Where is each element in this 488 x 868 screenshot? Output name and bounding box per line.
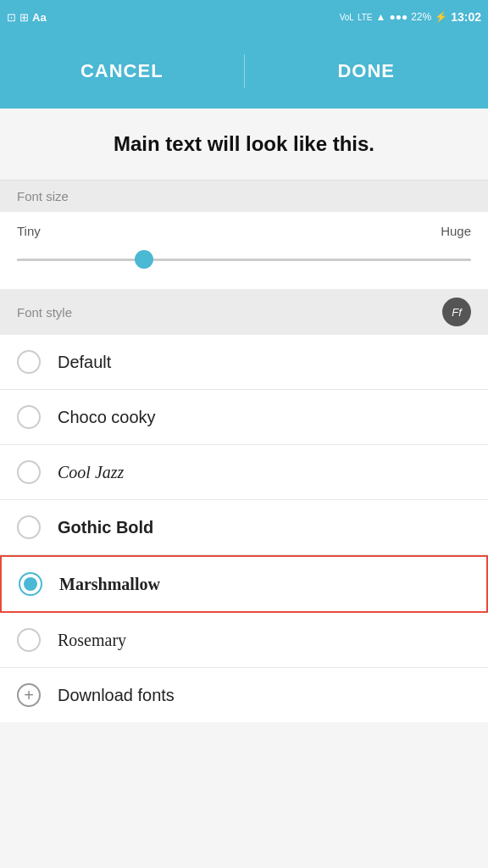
ff-badge[interactable]: Ff [442, 298, 471, 326]
radio-rosemary [17, 628, 41, 652]
download-fonts-label: Download fonts [58, 686, 175, 705]
cancel-button[interactable]: CANCEL [0, 43, 244, 99]
font-option-gothic-bold[interactable]: Gothic Bold [0, 500, 488, 555]
done-button[interactable]: DONE [245, 43, 489, 99]
status-bar: ⊡ ⊞ Aa VoL LTE ▲ ●●● 22% ⚡ 13:02 [0, 0, 488, 34]
signal-strength: ●●● [389, 11, 408, 23]
radio-marshmallow [19, 572, 42, 596]
preview-text: Main text will look like this. [17, 132, 471, 156]
accessibility-icon: ⊞ [19, 11, 29, 24]
font-label-cool-jazz: Cool Jazz [58, 463, 124, 482]
font-label-gothic-bold: Gothic Bold [58, 518, 153, 537]
tiny-label: Tiny [17, 224, 41, 238]
font-label-marshmallow: Marshmallow [59, 575, 160, 594]
ff-badge-label: Ff [452, 306, 462, 319]
vol-icon: VoL [340, 13, 354, 22]
font-style-header: Font style Ff [0, 289, 488, 335]
font-option-rosemary[interactable]: Rosemary [0, 613, 488, 668]
font-label-rosemary: Rosemary [58, 631, 126, 650]
time-display: 13:02 [451, 10, 481, 24]
download-fonts-row[interactable]: + Download fonts [0, 668, 488, 722]
font-style-label: Font style [17, 305, 72, 320]
slider-track [17, 259, 471, 261]
font-option-default[interactable]: Default [0, 335, 488, 390]
battery-text: 22% [411, 11, 431, 23]
font-label-choco-cooky: Choco cooky [58, 408, 156, 427]
font-size-slider[interactable] [17, 247, 471, 272]
signal-bars: ▲ [376, 11, 386, 23]
status-bar-left: ⊡ ⊞ Aa [7, 11, 47, 24]
font-option-cool-jazz[interactable]: Cool Jazz [0, 445, 488, 500]
battery-icon: ⚡ [435, 11, 447, 23]
size-labels: Tiny Huge [17, 224, 471, 238]
font-icon: Aa [32, 11, 47, 24]
action-bar: CANCEL DONE [0, 34, 488, 108]
preview-area: Main text will look like this. [0, 108, 488, 181]
radio-gothic-bold [17, 515, 41, 539]
font-size-header: Font size [0, 181, 488, 212]
font-style-section: Default Choco cooky Cool Jazz Gothic Bol… [0, 335, 488, 722]
font-size-label: Font size [17, 189, 69, 203]
huge-label: Huge [441, 224, 471, 238]
slider-thumb[interactable] [135, 250, 153, 269]
screenshot-icon: ⊡ [7, 11, 16, 24]
radio-cool-jazz [17, 460, 41, 484]
status-bar-right: VoL LTE ▲ ●●● 22% ⚡ 13:02 [340, 10, 481, 24]
radio-choco-cooky [17, 405, 41, 429]
radio-marshmallow-inner [24, 577, 37, 591]
font-size-section: Tiny Huge [0, 212, 488, 289]
slider-fill [17, 259, 144, 261]
font-option-marshmallow[interactable]: Marshmallow [0, 555, 488, 613]
font-option-choco-cooky[interactable]: Choco cooky [0, 390, 488, 445]
plus-icon: + [17, 683, 41, 707]
lte-icon: LTE [358, 13, 373, 22]
radio-default [17, 350, 41, 374]
font-label-default: Default [58, 353, 111, 372]
